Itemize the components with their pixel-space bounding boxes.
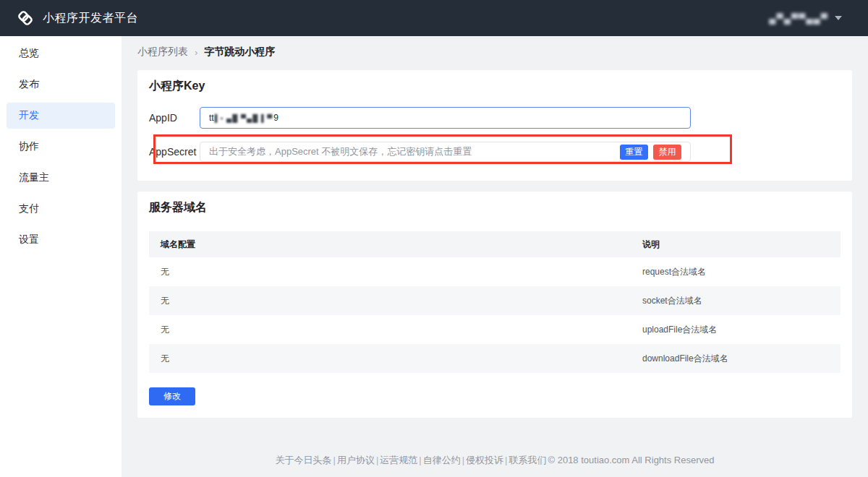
domain-table: 域名配置 说明 无 request合法域名 无 socket合法域名 无 upl… (149, 231, 841, 373)
row-description: uploadFile合法域名 (642, 324, 841, 336)
page: 小程序开发者平台 ▄▀▄▀▀▄▄▀ 总览 发布 开发 协作 流量主 支付 设置 … (0, 0, 868, 477)
header-description: 说明 (642, 239, 841, 251)
footer-separator: | (333, 455, 336, 465)
appsecret-hint: 出于安全考虑，AppSecret 不被明文保存，忘记密钥请点击重置 (209, 145, 472, 158)
chevron-down-icon (835, 16, 842, 20)
sidebar-item-overview[interactable]: 总览 (7, 40, 115, 66)
breadcrumb-separator: › (195, 47, 197, 58)
footer-separator: | (505, 455, 507, 465)
key-card-title: 小程序Key (149, 79, 205, 94)
username-obscured: ▄▀▄▀▀▄▄▀ (769, 13, 828, 24)
appid-input[interactable]: tt ▌▪ ▄█ ▀▄█ ▌▀ 9 (200, 107, 691, 129)
sidebar-item-traffic[interactable]: 流量主 (7, 165, 115, 191)
table-row: 无 socket合法域名 (149, 286, 841, 315)
sidebar-item-collaborate[interactable]: 协作 (7, 134, 115, 160)
row-description: downloadFile合法域名 (642, 353, 841, 365)
sidebar-item-publish[interactable]: 发布 (7, 72, 115, 98)
domain-table-header: 域名配置 说明 (149, 231, 841, 257)
breadcrumb-current: 字节跳动小程序 (204, 46, 275, 59)
row-config-value: 无 (149, 353, 642, 365)
header-domain-config: 域名配置 (149, 239, 642, 251)
appsecret-field: 出于安全考虑，AppSecret 不被明文保存，忘记密钥请点击重置 重置 禁用 (200, 142, 691, 162)
footer-link-infringement[interactable]: 侵权投诉 (466, 455, 503, 465)
breadcrumb-miniapp-list[interactable]: 小程序列表 (137, 46, 188, 59)
footer-link-contact[interactable]: 联系我们 (509, 455, 546, 465)
footer-link-operation[interactable]: 运营规范 (380, 455, 417, 465)
page-footer: 关于今日头条|用户协议|运营规范|自律公约|侵权投诉|联系我们© 2018 to… (122, 455, 868, 466)
appid-value-masked: ▌▪ ▄█ ▀▄█ ▌▀ (215, 114, 273, 122)
footer-link-discipline[interactable]: 自律公约 (423, 455, 461, 465)
footer-separator: | (419, 455, 421, 465)
platform-logo-icon (16, 9, 35, 27)
reset-secret-button[interactable]: 重置 (620, 145, 648, 160)
server-domain-card: 服务器域名 域名配置 说明 无 request合法域名 无 socket合法域名… (137, 192, 852, 418)
sidebar-item-develop[interactable]: 开发 (7, 103, 115, 129)
appid-label: AppID (149, 107, 177, 129)
modify-domains-button[interactable]: 修改 (149, 387, 195, 405)
sidebar-nav: 总览 发布 开发 协作 流量主 支付 设置 (0, 36, 122, 477)
top-bar: 小程序开发者平台 ▄▀▄▀▀▄▄▀ (0, 0, 868, 36)
row-config-value: 无 (149, 295, 642, 307)
footer-separator: | (376, 455, 378, 465)
main-content: 小程序列表 › 字节跳动小程序 小程序Key AppID tt ▌▪ ▄█ ▀▄… (122, 36, 868, 477)
table-row: 无 request合法域名 (149, 257, 841, 286)
domain-card-title: 服务器域名 (149, 200, 207, 215)
row-config-value: 无 (149, 324, 642, 336)
disable-secret-button[interactable]: 禁用 (653, 145, 681, 160)
platform-title: 小程序开发者平台 (43, 11, 138, 26)
sidebar-item-settings[interactable]: 设置 (7, 227, 115, 253)
footer-link-about[interactable]: 关于今日头条 (276, 455, 332, 465)
footer-copyright: © 2018 toutiao.com All Rights Reserved (548, 455, 714, 465)
appid-value-prefix: tt (209, 113, 214, 123)
breadcrumb: 小程序列表 › 字节跳动小程序 (137, 46, 275, 58)
appid-value-suffix: 9 (273, 113, 278, 123)
footer-link-agreement[interactable]: 用户协议 (337, 455, 375, 465)
table-row: 无 downloadFile合法域名 (149, 344, 841, 373)
sidebar-item-payment[interactable]: 支付 (7, 196, 115, 222)
footer-separator: | (462, 455, 464, 465)
appsecret-label: AppSecret (149, 142, 196, 162)
row-config-value: 无 (149, 266, 642, 278)
user-account-menu[interactable]: ▄▀▄▀▀▄▄▀ (769, 0, 842, 36)
row-description: request合法域名 (642, 266, 841, 278)
miniapp-key-card: 小程序Key AppID tt ▌▪ ▄█ ▀▄█ ▌▀ 9 AppSecret… (137, 70, 852, 181)
row-description: socket合法域名 (642, 295, 841, 307)
table-row: 无 uploadFile合法域名 (149, 315, 841, 344)
